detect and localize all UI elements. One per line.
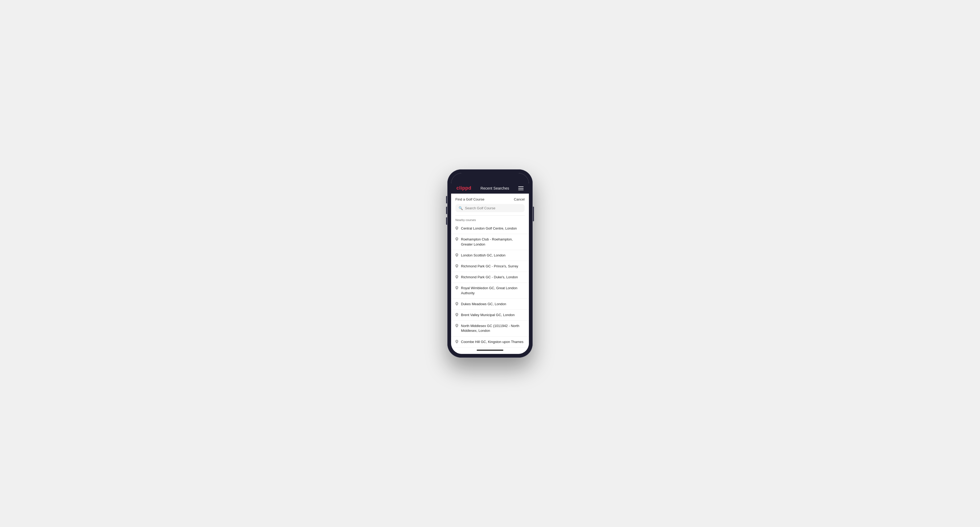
course-name: London Scottish GC, London	[461, 253, 506, 258]
phone-frame: clippd Recent Searches Find a Golf Cours…	[447, 169, 533, 357]
silent-switch[interactable]	[446, 217, 447, 225]
location-icon	[455, 286, 458, 290]
search-container: 🔍	[455, 204, 525, 212]
phone-screen: clippd Recent Searches Find a Golf Cours…	[451, 173, 529, 354]
find-label: Find a Golf Course	[455, 197, 484, 201]
course-name: Dukes Meadows GC, London	[461, 302, 506, 306]
location-icon	[455, 237, 458, 242]
status-bar	[451, 173, 529, 183]
volume-down-button[interactable]	[446, 206, 447, 214]
course-list-item[interactable]: Coombe Hill GC, Kingston upon Thames	[451, 337, 529, 348]
course-name: Richmond Park GC - Prince's, Surrey	[461, 264, 518, 269]
course-list-item[interactable]: Central London Golf Centre, London	[451, 223, 529, 234]
course-list-item[interactable]: North Middlesex GC (1011942 - North Midd…	[451, 321, 529, 337]
menu-icon[interactable]	[518, 186, 523, 190]
nav-title: Recent Searches	[480, 186, 509, 190]
course-list-item[interactable]: Royal Wimbledon GC, Great London Authori…	[451, 283, 529, 298]
volume-up-button[interactable]	[446, 196, 447, 203]
app-logo: clippd	[457, 185, 471, 191]
location-icon	[455, 226, 458, 231]
location-icon	[455, 313, 458, 317]
course-name: North Middlesex GC (1011942 - North Midd…	[461, 324, 525, 333]
location-icon	[455, 264, 458, 269]
course-list-item[interactable]: Richmond Park GC - Duke's, London	[451, 272, 529, 283]
search-input[interactable]	[465, 206, 522, 210]
course-name: Richmond Park GC - Duke's, London	[461, 275, 518, 279]
location-icon	[455, 253, 458, 258]
course-list: Central London Golf Centre, London Roeha…	[451, 223, 529, 347]
home-indicator-area	[451, 348, 529, 354]
search-icon: 🔍	[458, 206, 463, 210]
course-list-item[interactable]: London Scottish GC, London	[451, 250, 529, 261]
location-icon	[455, 324, 458, 329]
course-name: Coombe Hill GC, Kingston upon Thames	[461, 340, 523, 344]
course-list-item[interactable]: Dukes Meadows GC, London	[451, 299, 529, 310]
notch	[474, 173, 506, 181]
cancel-button[interactable]: Cancel	[514, 197, 525, 201]
nav-bar: clippd Recent Searches	[451, 183, 529, 194]
course-list-item[interactable]: Brent Valley Municipal GC, London	[451, 310, 529, 321]
location-icon	[455, 340, 458, 344]
content-area: Find a Golf Course Cancel 🔍 Nearby cours…	[451, 194, 529, 347]
location-icon	[455, 302, 458, 306]
search-wrapper: 🔍	[451, 204, 529, 216]
location-icon	[455, 275, 458, 279]
course-name: Brent Valley Municipal GC, London	[461, 313, 514, 317]
course-list-item[interactable]: Richmond Park GC - Prince's, Surrey	[451, 261, 529, 272]
home-indicator[interactable]	[477, 350, 503, 351]
nearby-section-label: Nearby courses	[451, 216, 529, 223]
course-name: Royal Wimbledon GC, Great London Authori…	[461, 286, 525, 295]
course-name: Roehampton Club - Roehampton, Greater Lo…	[461, 237, 525, 247]
find-header: Find a Golf Course Cancel	[451, 194, 529, 204]
course-name: Central London Golf Centre, London	[461, 226, 517, 231]
course-list-item[interactable]: Roehampton Club - Roehampton, Greater Lo…	[451, 234, 529, 250]
power-button[interactable]	[533, 206, 534, 221]
